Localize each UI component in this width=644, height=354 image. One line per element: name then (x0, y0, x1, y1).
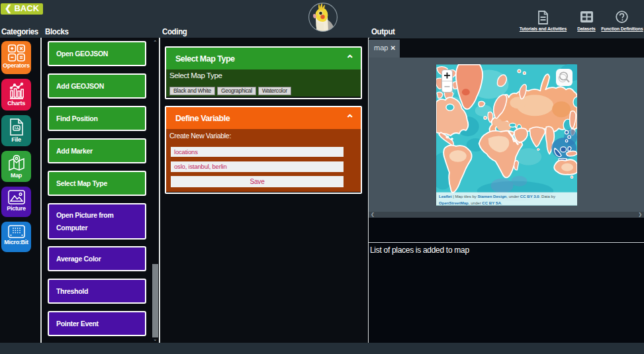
svg-text:OpenStreetMap, under CC BY SA.: OpenStreetMap, under CC BY SA. (439, 201, 502, 205)
svg-text:Leaflet | Map tiles by Stamen: Leaflet | Map tiles by Stamen Design, un… (439, 195, 556, 199)
